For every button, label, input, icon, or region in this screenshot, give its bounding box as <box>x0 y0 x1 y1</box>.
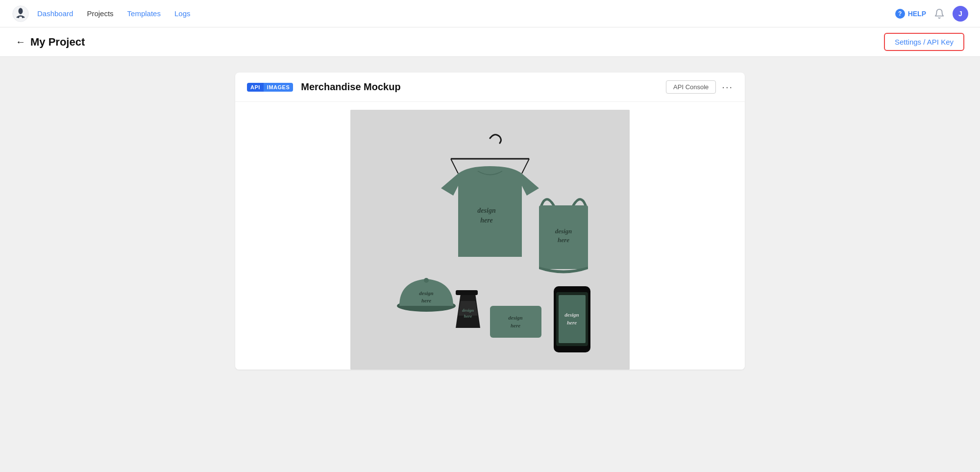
svg-rect-25 <box>565 288 579 291</box>
svg-rect-26 <box>559 295 586 343</box>
api-console-button[interactable]: API Console <box>666 80 716 94</box>
svg-text:design: design <box>555 227 572 235</box>
mockup-image: design here design here <box>350 110 630 370</box>
svg-point-1 <box>19 8 23 14</box>
badge-images: IMAGES <box>264 83 293 92</box>
svg-text:design: design <box>508 315 522 321</box>
more-menu-icon[interactable]: ··· <box>722 81 733 93</box>
svg-text:here: here <box>511 323 520 328</box>
page-title: My Project <box>30 36 85 49</box>
nav-projects[interactable]: Projects <box>87 9 113 18</box>
svg-rect-20 <box>490 306 541 338</box>
nav-links: Dashboard Projects Templates Logs <box>37 9 190 18</box>
help-circle-icon: ? <box>895 9 905 19</box>
svg-text:here: here <box>421 298 431 303</box>
svg-text:here: here <box>558 236 569 244</box>
back-arrow-icon: ← <box>16 36 25 48</box>
svg-text:design: design <box>564 312 579 318</box>
breadcrumb-bar: ← My Project Settings / API Key <box>0 27 980 57</box>
badge-group: API IMAGES <box>247 83 293 92</box>
main-content: API IMAGES Merchandise Mockup API Consol… <box>0 57 980 472</box>
svg-text:here: here <box>464 314 472 319</box>
project-card: API IMAGES Merchandise Mockup API Consol… <box>235 73 745 370</box>
svg-point-3 <box>22 16 24 18</box>
help-button[interactable]: ? HELP <box>895 9 926 19</box>
svg-point-14 <box>424 278 429 283</box>
svg-point-2 <box>18 16 20 18</box>
card-title: Merchandise Mockup <box>301 81 666 93</box>
logo[interactable] <box>12 5 29 23</box>
svg-text:design: design <box>477 207 496 214</box>
svg-text:here: here <box>567 320 577 325</box>
nav-logs[interactable]: Logs <box>174 9 191 18</box>
badge-api: API <box>247 83 264 92</box>
svg-text:design: design <box>419 290 433 296</box>
svg-text:design: design <box>462 308 474 313</box>
nav-templates[interactable]: Templates <box>127 9 161 18</box>
nav-right: ? HELP J <box>895 6 968 22</box>
help-label: HELP <box>908 10 926 18</box>
card-header: API IMAGES Merchandise Mockup API Consol… <box>235 73 745 102</box>
avatar[interactable]: J <box>953 6 968 22</box>
bell-icon[interactable] <box>934 8 945 19</box>
svg-text:here: here <box>480 217 493 224</box>
svg-rect-17 <box>456 290 478 295</box>
navbar: Dashboard Projects Templates Logs ? HELP… <box>0 0 980 27</box>
back-link[interactable]: ← My Project <box>16 36 85 49</box>
mockup-area: design here design here <box>235 102 745 370</box>
nav-dashboard[interactable]: Dashboard <box>37 9 73 18</box>
settings-api-key-button[interactable]: Settings / API Key <box>884 33 964 51</box>
